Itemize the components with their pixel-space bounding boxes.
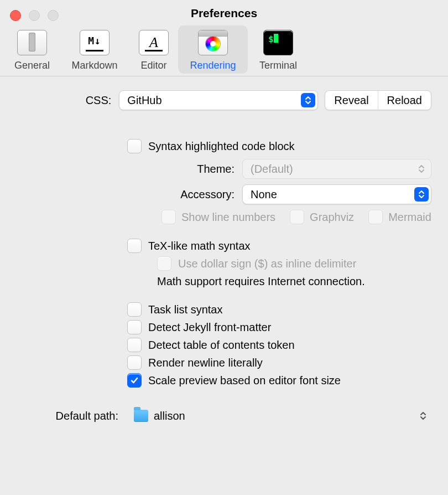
reveal-button[interactable]: Reveal: [325, 91, 377, 110]
toc-checkbox[interactable]: [127, 338, 142, 352]
jekyll-label: Detect Jekyll front-matter: [148, 321, 271, 334]
line-numbers-label: Show line numbers: [181, 211, 275, 224]
accessory-label: Accessory:: [157, 188, 242, 201]
rendering-pane: CSS: GitHub Reveal Reload Syntax highlig…: [0, 76, 448, 439]
minimize-window-button[interactable]: [29, 10, 40, 21]
theme-select: (Default): [242, 159, 431, 179]
theme-select-value: (Default): [251, 163, 293, 176]
updown-icon: [414, 187, 429, 202]
default-path-value: allison: [154, 410, 185, 422]
css-actions: Reveal Reload: [325, 90, 431, 110]
updown-icon: [301, 93, 315, 107]
preferences-window: Preferences General M↓ Markdown A Edi: [0, 0, 448, 495]
close-window-button[interactable]: [10, 10, 21, 21]
theme-label: Theme:: [157, 163, 242, 176]
titlebar: Preferences: [0, 0, 448, 23]
jekyll-checkbox[interactable]: [127, 320, 142, 334]
preferences-toolbar: General M↓ Markdown A Editor: [0, 23, 448, 76]
line-numbers-checkbox: [162, 210, 176, 224]
tab-editor[interactable]: A Editor: [131, 25, 177, 74]
tab-editor-label: Editor: [132, 60, 176, 71]
tex-note: Math support requires Internet connectio…: [157, 275, 431, 288]
default-path-label: Default path:: [17, 410, 126, 422]
css-label: CSS:: [17, 94, 119, 107]
syntax-highlight-checkbox-row: Syntax highlighted code block: [127, 139, 431, 153]
window-title: Preferences: [0, 0, 448, 20]
tab-markdown-label: Markdown: [61, 60, 128, 71]
markdown-icon: M↓: [80, 30, 110, 55]
task-list-checkbox[interactable]: [127, 302, 142, 317]
terminal-icon: $: [263, 30, 293, 55]
scale-preview-checkbox[interactable]: [127, 373, 142, 388]
newline-checkbox[interactable]: [127, 355, 142, 370]
tab-markdown[interactable]: M↓ Markdown: [60, 25, 129, 74]
tab-general-label: General: [7, 60, 58, 71]
graphviz-label: Graphviz: [310, 211, 354, 224]
updown-icon: [419, 411, 427, 421]
syntax-highlight-checkbox[interactable]: [127, 139, 142, 153]
tex-dollar-label: Use dollar sign ($) as inline delimiter: [178, 257, 356, 270]
tab-general[interactable]: General: [6, 25, 59, 74]
tex-checkbox[interactable]: [127, 239, 142, 253]
accessory-select-value: None: [251, 188, 277, 201]
tex-dollar-checkbox: [157, 256, 171, 271]
newline-label: Render newline literally: [148, 357, 263, 369]
tex-checkbox-row: TeX-like math syntax: [127, 239, 431, 253]
mermaid-checkbox: [368, 210, 383, 224]
reload-button[interactable]: Reload: [378, 91, 431, 110]
tab-rendering[interactable]: Rendering: [178, 25, 248, 74]
toc-label: Detect table of contents token: [148, 339, 295, 352]
accessory-select[interactable]: None: [242, 184, 431, 204]
tex-label: TeX-like math syntax: [148, 240, 251, 252]
zoom-window-button[interactable]: [48, 10, 59, 21]
editor-icon: A: [139, 30, 169, 55]
syntax-highlight-label: Syntax highlighted code block: [148, 140, 295, 153]
task-list-label: Task list syntax: [148, 303, 222, 316]
folder-icon: [134, 410, 148, 422]
css-select[interactable]: GitHub: [119, 90, 318, 110]
tab-terminal-label: Terminal: [250, 60, 306, 71]
tab-terminal[interactable]: $ Terminal: [249, 25, 308, 74]
css-select-value: GitHub: [127, 94, 162, 107]
updown-icon: [414, 162, 429, 176]
mermaid-label: Mermaid: [388, 211, 431, 224]
traffic-lights: [10, 10, 59, 21]
tab-rendering-label: Rendering: [179, 60, 247, 71]
graphviz-checkbox: [290, 210, 304, 224]
switch-icon: [17, 30, 47, 55]
scale-preview-label: Scale preview based on editor font size: [148, 374, 341, 387]
default-path-select[interactable]: allison: [126, 404, 431, 427]
rendering-icon: [198, 30, 228, 55]
